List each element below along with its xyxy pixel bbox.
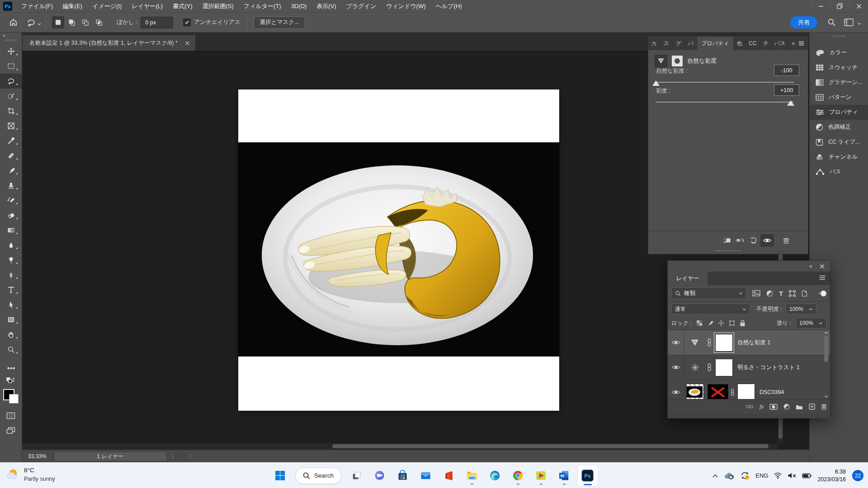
disabled-filter-thumbnail[interactable] (708, 384, 728, 399)
selection-brush-tool[interactable] (0, 89, 22, 103)
zoom-tool[interactable] (0, 342, 22, 357)
layer-row-photo[interactable]: DSC0394 (668, 380, 830, 399)
layer-mask-thumbnail[interactable] (715, 334, 733, 352)
gradient-tool[interactable] (0, 223, 22, 238)
intersect-selection-icon[interactable] (93, 16, 105, 28)
more-tools-icon[interactable] (0, 361, 22, 375)
onedrive-icon[interactable] (724, 472, 735, 479)
tab-patterns[interactable]: パ (685, 37, 697, 50)
layer-mask-icon[interactable] (672, 56, 683, 66)
lasso-tool[interactable] (0, 74, 22, 89)
layer-mask-thumbnail[interactable] (737, 384, 755, 399)
path-selection-tool[interactable] (0, 297, 22, 312)
new-selection-icon[interactable] (52, 16, 64, 28)
new-group-icon[interactable] (796, 404, 803, 410)
filter-type-icon[interactable]: T (779, 290, 783, 297)
tab-swatches[interactable]: ス (660, 37, 673, 50)
minimize-button[interactable] (811, 0, 830, 12)
notification-badge[interactable]: 22 (852, 470, 863, 481)
workspace-switcher-icon[interactable] (844, 19, 854, 26)
close-panel-icon[interactable] (820, 264, 825, 269)
move-tool[interactable] (0, 44, 22, 59)
hand-tool[interactable] (0, 327, 22, 342)
menu-window[interactable]: ウィンドウ(W) (381, 0, 430, 12)
antialias-checkbox[interactable] (183, 19, 191, 26)
status-next-icon[interactable]: 〉 (167, 453, 181, 460)
saturation-value-input[interactable]: +100 (774, 84, 799, 96)
dock-item-cc-libraries[interactable]: CC ライブ... (810, 135, 868, 150)
eyedropper-tool[interactable] (0, 133, 22, 148)
menu-filter[interactable]: フィルター(T) (239, 0, 286, 12)
restore-button[interactable] (830, 0, 849, 12)
file-explorer-button[interactable] (462, 465, 482, 486)
delete-adjustment-icon[interactable] (779, 234, 793, 247)
layer-visibility-eye-icon[interactable] (668, 330, 684, 355)
filter-shape-icon[interactable] (789, 290, 796, 297)
swap-colors-icon[interactable] (0, 375, 22, 386)
mask-link-icon[interactable] (728, 389, 736, 396)
share-button[interactable]: 共有 (790, 16, 817, 28)
background-color-swatch[interactable] (9, 394, 19, 404)
saturation-slider-thumb[interactable] (787, 100, 794, 106)
lock-position-icon[interactable] (718, 320, 724, 326)
dock-grip[interactable] (833, 35, 845, 37)
layer-mask-thumbnail[interactable] (715, 359, 733, 376)
microsoft-store-button[interactable] (393, 465, 413, 486)
lock-pixels-icon[interactable] (707, 320, 713, 326)
menu-help[interactable]: ヘルプ(H) (431, 0, 467, 12)
menu-type[interactable]: 書式(Y) (168, 0, 197, 12)
filter-adjustment-icon[interactable] (766, 290, 773, 297)
tab-properties[interactable]: プロパティ (697, 37, 734, 50)
history-brush-tool[interactable] (0, 193, 22, 208)
document-tab[interactable]: 名称未設定 1 @ 33.3% (自然な彩度 1, レイヤーマスク/8) * (23, 35, 195, 51)
menu-edit[interactable]: 編集(E) (58, 0, 87, 12)
dock-item-patterns[interactable]: パターン (810, 90, 868, 105)
vibrance-slider-track[interactable] (656, 82, 794, 83)
menu-view[interactable]: 表示(V) (311, 0, 341, 12)
dock-item-channels[interactable]: チャンネル (810, 150, 868, 164)
select-and-mask-button[interactable]: 選択とマスク... (254, 16, 306, 29)
layer-image-thumbnail[interactable] (686, 384, 704, 399)
layer-name[interactable]: DSC0394 (760, 389, 784, 395)
pen-tool[interactable] (0, 267, 22, 282)
dock-item-properties[interactable]: プロパティ (810, 105, 868, 120)
chat-teams-button[interactable] (370, 465, 390, 486)
filter-smart-object-icon[interactable] (802, 290, 807, 297)
layer-row-vibrance[interactable]: 自然な彩度 1 (668, 330, 830, 355)
menu-plugins[interactable]: プラグイン (341, 0, 382, 12)
home-icon[interactable] (9, 18, 18, 27)
saturation-slider-track[interactable] (656, 102, 794, 103)
foreground-background-colors[interactable] (3, 389, 19, 404)
mail-button[interactable] (416, 465, 436, 486)
subtract-from-selection-icon[interactable] (79, 16, 91, 28)
status-prev-icon[interactable]: 〈 (182, 453, 196, 460)
layer-visibility-eye-icon[interactable] (668, 355, 684, 380)
dodge-tool[interactable] (0, 253, 22, 267)
clip-to-layer-icon[interactable] (720, 234, 733, 247)
media-app-button[interactable] (531, 465, 551, 486)
lock-artboard-icon[interactable] (729, 320, 735, 326)
vibrance-layer-icon[interactable] (684, 339, 705, 347)
menu-file[interactable]: ファイル(F) (16, 0, 58, 12)
volume-muted-icon[interactable] (788, 472, 797, 479)
blur-tool[interactable] (0, 238, 22, 253)
taskbar-search[interactable]: Search (295, 468, 341, 484)
spot-healing-brush-tool[interactable] (0, 148, 22, 163)
type-tool[interactable] (0, 282, 22, 297)
close-button[interactable] (849, 0, 868, 12)
zoom-level[interactable]: 33.33% (22, 453, 53, 460)
layers-menu-icon[interactable] (819, 275, 826, 280)
clock[interactable]: 6:38 2023/03/16 (817, 468, 846, 483)
tab-cc-libraries[interactable]: CC (746, 37, 760, 50)
panel-resize-grip[interactable] (715, 250, 742, 252)
tab-adjustments[interactable]: 色 (734, 37, 746, 50)
lock-transparency-icon[interactable] (696, 320, 703, 326)
view-previous-state-icon[interactable] (733, 234, 747, 247)
dock-item-paths[interactable]: パス (810, 164, 868, 179)
photoshop-taskbar-button[interactable]: Ps (577, 465, 598, 487)
blend-mode-select[interactable]: 通常 (671, 304, 750, 314)
layer-visibility-eye-icon[interactable] (668, 380, 684, 399)
screen-mode-icon[interactable] (0, 423, 22, 438)
tab-color[interactable]: カ (648, 37, 660, 50)
clone-stamp-tool[interactable] (0, 178, 22, 193)
